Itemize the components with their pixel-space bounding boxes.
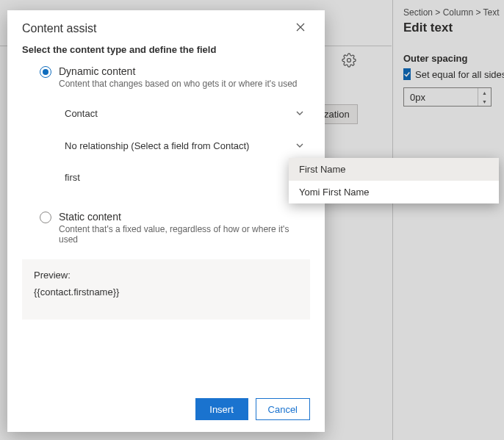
- spacing-value: 0px: [410, 92, 425, 103]
- dialog-title: Content assist: [22, 22, 96, 35]
- preview-label: Preview:: [34, 270, 298, 281]
- outer-spacing-label: Outer spacing: [403, 53, 504, 64]
- insert-button[interactable]: Insert: [195, 398, 248, 420]
- entity-select-value: Contact: [65, 108, 98, 119]
- preview-value: {{contact.firstname}}: [34, 286, 298, 297]
- gear-icon: [342, 53, 359, 71]
- chevron-down-icon: [295, 141, 304, 150]
- checkbox-equal-sides: [403, 68, 411, 80]
- chevron-down-icon: [295, 109, 304, 118]
- option-dynamic-content[interactable]: Dynamic content Content that changes bas…: [40, 65, 310, 89]
- spacing-spinner: 0px ▲▼: [403, 87, 492, 107]
- checkbox-label: Set equal for all sides: [415, 69, 504, 80]
- dynamic-label: Dynamic content: [59, 65, 298, 77]
- suggestion-first-name[interactable]: First Name: [289, 158, 499, 181]
- suggestion-yomi-first-name[interactable]: Yomi First Name: [289, 181, 499, 203]
- field-search-value: first: [65, 172, 80, 183]
- option-static-content[interactable]: Static content Content that's a fixed va…: [40, 211, 310, 245]
- properties-panel: Section > Column > Text Edit text Outer …: [392, 0, 504, 440]
- relationship-select[interactable]: No relationship (Select a field from Con…: [65, 134, 310, 156]
- content-assist-dialog: Content assist Select the content type a…: [7, 10, 325, 432]
- preview-box: Preview: {{contact.firstname}}: [22, 259, 310, 320]
- breadcrumb: Section > Column > Text: [403, 7, 504, 18]
- field-search-input[interactable]: first: [65, 167, 310, 187]
- dialog-subtitle: Select the content type and define the f…: [22, 44, 310, 55]
- relationship-select-value: No relationship (Select a field from Con…: [65, 140, 249, 151]
- cancel-button[interactable]: Cancel: [256, 398, 310, 420]
- radio-static[interactable]: [40, 212, 51, 223]
- close-icon[interactable]: [295, 22, 310, 37]
- entity-select[interactable]: Contact: [65, 102, 310, 124]
- dynamic-desc: Content that changes based on who gets i…: [59, 79, 298, 89]
- field-suggestions-flyout: First Name Yomi First Name: [289, 158, 499, 203]
- panel-title: Edit text: [403, 21, 504, 35]
- static-desc: Content that's a fixed value, regardless…: [59, 224, 310, 245]
- radio-dynamic[interactable]: [40, 66, 51, 78]
- svg-point-0: [348, 59, 351, 62]
- spinner-arrows: ▲▼: [478, 88, 491, 106]
- static-label: Static content: [59, 211, 310, 223]
